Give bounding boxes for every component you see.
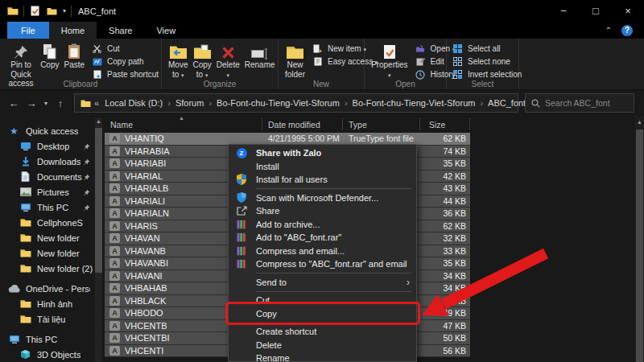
new-folder-qat-icon[interactable] bbox=[46, 7, 58, 15]
tab-view[interactable]: View bbox=[144, 22, 188, 39]
file-type-cell: TrueType font file bbox=[343, 134, 420, 143]
properties-check-icon[interactable] bbox=[29, 6, 41, 16]
collapse-ribbon-icon[interactable]: ⌃ bbox=[605, 26, 612, 35]
breadcrumb-segment-bo-font-chu-tieng-viet-sforum[interactable]: Bo-Font-chu-Tieng-Viet-Sforum bbox=[349, 98, 479, 108]
properties-button[interactable]: Properties▾ bbox=[369, 41, 411, 80]
menu-item-delete[interactable]: Delete bbox=[229, 339, 416, 352]
menu-item-scan-with-microsoft-defender[interactable]: Scan with Microsoft Defender... bbox=[229, 191, 416, 205]
paste-shortcut-button[interactable]: Paste shortcut bbox=[91, 68, 159, 80]
column-header-size[interactable]: Size bbox=[420, 118, 470, 130]
select-all-button[interactable]: Select all bbox=[452, 43, 522, 55]
sidebar-scrollbar[interactable]: ▲ bbox=[95, 118, 102, 362]
select-none-button[interactable]: Select none bbox=[452, 56, 522, 68]
copy-button[interactable]: Copy bbox=[38, 41, 61, 71]
submenu-arrow-icon: › bbox=[407, 277, 410, 288]
invert-selection-button[interactable]: Invert selection bbox=[452, 68, 522, 80]
close-button[interactable]: × bbox=[612, 0, 644, 22]
breadcrumb-segment-local-disk-d[interactable]: Local Disk (D:) bbox=[101, 98, 166, 108]
rename-button[interactable]: Rename bbox=[242, 41, 278, 71]
forward-button[interactable]: → bbox=[23, 97, 40, 109]
qat-customize-chevron-icon[interactable]: ▾ bbox=[63, 7, 66, 14]
breadcrumb-segment-bo-font-chu-tieng-viet-sforum[interactable]: Bo-Font-chu-Tieng-Viet-Sforum bbox=[213, 98, 343, 108]
sidebar-item-downloads[interactable]: Downloads bbox=[0, 154, 105, 169]
sidebar-item-this-pc[interactable]: This PC bbox=[0, 331, 105, 347]
ttf-icon: A bbox=[109, 271, 121, 281]
menu-item-install-for-all-users[interactable]: Install for all users bbox=[229, 173, 416, 187]
tab-file[interactable]: File bbox=[7, 22, 49, 39]
file-list-scrollbar[interactable]: ▲ bbox=[635, 117, 644, 362]
scrollbar-thumb[interactable] bbox=[95, 128, 102, 273]
move-to-button[interactable]: Move to ▾ bbox=[166, 41, 190, 80]
sidebar-item-pictures[interactable]: Pictures bbox=[0, 184, 105, 200]
sidebar-item-desktop[interactable]: Desktop bbox=[0, 138, 105, 154]
sidebar-item-label: This PC bbox=[26, 335, 57, 344]
tab-home[interactable]: Home bbox=[49, 22, 97, 39]
delete-button[interactable]: Delete ▾ bbox=[214, 41, 242, 80]
breadcrumb-separator-icon[interactable]: › bbox=[166, 98, 172, 108]
menu-item-label: Rename bbox=[256, 353, 290, 362]
breadcrumb-separator-icon[interactable]: › bbox=[207, 98, 213, 108]
sidebar-item-cellphones[interactable]: CellphoneS bbox=[0, 215, 105, 230]
minimize-button[interactable]: − bbox=[547, 0, 580, 22]
ttf-icon: A bbox=[109, 146, 121, 156]
search-box[interactable] bbox=[525, 93, 634, 113]
sidebar-item-hinh-nh[interactable]: Hinh ảnh bbox=[0, 296, 105, 311]
sidebar-item-3d-objects[interactable]: 3D Objects bbox=[0, 347, 105, 362]
scroll-up-icon[interactable]: ▲ bbox=[95, 118, 102, 124]
search-input[interactable] bbox=[545, 98, 628, 108]
maximize-button[interactable]: □ bbox=[580, 0, 612, 22]
tab-share[interactable]: Share bbox=[97, 22, 144, 39]
folder-icon bbox=[19, 315, 31, 323]
copy-to-button[interactable]: Copy to ▾ bbox=[190, 41, 213, 80]
breadcrumb[interactable]: « Local Disk (D:)›Sforum›Bo-Font-chu-Tie… bbox=[74, 93, 518, 113]
menu-item-add-to-archive[interactable]: Add to archive... bbox=[229, 218, 416, 232]
menu-item-create-shortcut[interactable]: Create shortcut bbox=[229, 325, 416, 339]
column-header-date-modified[interactable]: Date modified bbox=[262, 118, 343, 130]
paste-button[interactable]: Paste bbox=[62, 41, 88, 71]
sidebar-item-onedrive-perso[interactable]: OneDrive - Perso bbox=[0, 281, 105, 296]
menu-item-compress-and-email[interactable]: Compress and email... bbox=[229, 245, 416, 258]
menu-item-share[interactable]: Share bbox=[229, 204, 416, 218]
sidebar-item-new-folder[interactable]: New folder bbox=[0, 230, 105, 245]
menu-item-send-to[interactable]: Send to› bbox=[229, 276, 416, 290]
help-icon[interactable]: ? bbox=[621, 25, 633, 36]
sidebar-item-this-pc[interactable]: This PC bbox=[0, 200, 105, 215]
breadcrumb-segment-sforum[interactable]: Sforum bbox=[172, 98, 207, 108]
menu-item-add-to-abc-font-rar[interactable]: Add to "ABC_font.rar" bbox=[229, 231, 416, 245]
scrollbar-thumb[interactable] bbox=[636, 130, 643, 362]
column-header-name[interactable]: Name ▲ bbox=[105, 118, 262, 130]
group-label-new: New bbox=[279, 80, 364, 88]
sidebar-item-t-i-li-u[interactable]: Tài liệu bbox=[0, 311, 105, 327]
ttf-icon: A bbox=[109, 158, 121, 168]
file-name: VHARIABI bbox=[125, 158, 166, 168]
breadcrumb-separator-icon[interactable]: › bbox=[343, 98, 349, 108]
copy-path-button[interactable]: Copy path bbox=[91, 56, 159, 68]
up-button[interactable]: ↑ bbox=[52, 97, 69, 109]
file-size-cell: 33 KB bbox=[420, 246, 470, 256]
sidebar-item-new-folder-2[interactable]: New folder (2) bbox=[0, 261, 105, 276]
breadcrumb-separator-icon[interactable]: › bbox=[478, 98, 485, 108]
sidebar-item-quick-access[interactable]: ★Quick access bbox=[0, 123, 105, 138]
address-bar: ← → ▾ ↑ « Local Disk (D:)›Sforum›Bo-Font… bbox=[0, 91, 644, 115]
menu-item-install[interactable]: Install bbox=[229, 160, 416, 174]
caption-buttons: − □ × bbox=[547, 0, 644, 22]
sidebar-item-documents[interactable]: Documents bbox=[0, 169, 105, 184]
sidebar-item-new-folder[interactable]: New folder bbox=[0, 245, 105, 261]
scroll-up-icon[interactable]: ▲ bbox=[635, 117, 644, 128]
copy-to-icon bbox=[193, 42, 212, 60]
menu-item-compress-to-abc-font-rar-and-email[interactable]: Compress to "ABC_font.rar" and email bbox=[229, 257, 416, 271]
column-header-type[interactable]: Type bbox=[343, 118, 420, 130]
menu-item-share-with-zalo[interactable]: ZShare with Zalo bbox=[229, 146, 416, 160]
share-icon bbox=[236, 206, 248, 216]
winrar-icon bbox=[236, 220, 248, 229]
menu-item-rename[interactable]: Rename bbox=[229, 352, 416, 362]
cut-button[interactable]: Cut bbox=[91, 43, 159, 55]
recent-locations-chevron-icon[interactable]: ▾ bbox=[40, 100, 52, 107]
file-size-cell: 35 KB bbox=[420, 258, 470, 268]
new-folder-button[interactable]: New folder bbox=[283, 41, 308, 80]
pin-icon bbox=[83, 158, 90, 167]
back-button[interactable]: ← bbox=[5, 97, 23, 109]
scissors-icon bbox=[91, 44, 103, 53]
path-overflow-chevrons[interactable]: « bbox=[92, 98, 101, 108]
breadcrumb-segment-abc-font[interactable]: ABC_font bbox=[485, 98, 529, 108]
